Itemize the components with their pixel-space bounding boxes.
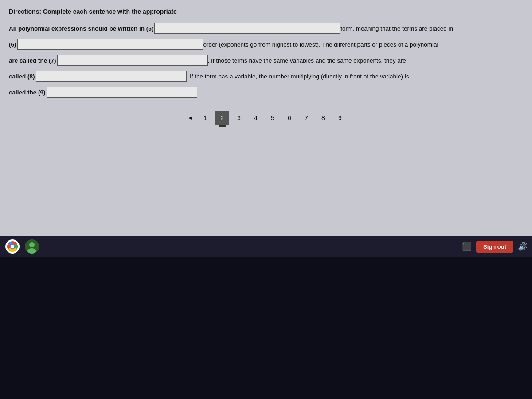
prev-page-button[interactable]: ◄ [185,113,196,123]
taskbar: ⬛ Sign out 🔊 [0,236,532,257]
page-3-button[interactable]: 3 [232,111,246,125]
line1-prefix: All polynomial expressions should be wri… [9,25,153,32]
directions-title: Directions: Complete each sentence with … [9,8,523,15]
line-4: called (8) . If the term has a variable,… [9,71,523,82]
input-9[interactable] [47,87,197,98]
page-4-button[interactable]: 4 [249,111,263,125]
line2-prefix: (6) [9,41,16,48]
line-2: (6) order (exponents go from highest to … [9,39,523,50]
input-7[interactable] [57,55,208,66]
page-7-button[interactable]: 7 [299,111,313,125]
page-5-button[interactable]: 5 [266,111,280,125]
line3-suffix: . If those terms have the same variables… [208,57,406,64]
worksheet: Directions: Complete each sentence with … [0,0,532,257]
pagination: ◄ 1 2 3 4 5 6 7 8 9 [9,111,523,125]
display-icon[interactable]: ⬛ [462,242,472,251]
svg-point-2 [11,245,14,248]
page-8-button[interactable]: 8 [316,111,330,125]
line-3: are called the (7) . If those terms have… [9,55,523,66]
svg-point-5 [27,248,36,254]
line2-suffix: order (exponents go from highest to lowe… [203,41,438,48]
input-6[interactable] [17,39,203,50]
line5-prefix: called the (9) [9,89,46,96]
sign-out-button[interactable]: Sign out [476,241,513,253]
taskbar-right: ⬛ Sign out 🔊 [462,241,528,253]
page-9-button[interactable]: 9 [333,111,347,125]
line4-prefix: called (8) [9,73,35,80]
volume-icon[interactable]: 🔊 [518,242,528,251]
input-8[interactable] [36,71,187,82]
svg-point-4 [29,242,35,247]
line-5: called the (9) . [9,87,523,98]
chrome-icon-button[interactable] [4,239,20,254]
line3-prefix: are called the (7) [9,57,56,64]
page-6-button[interactable]: 6 [282,111,297,125]
line5-suffix: . [197,89,199,96]
line-1: All polynomial expressions should be wri… [9,23,523,34]
page-1-button[interactable]: 1 [198,111,212,125]
bottom-dark-area [0,257,532,399]
line1-suffix: form, meaning that the terms are placed … [340,25,453,32]
input-5[interactable] [154,23,340,34]
line4-suffix: . If the term has a variable, the number… [187,73,409,80]
profile-icon-button[interactable] [24,239,40,254]
page-2-button[interactable]: 2 [215,111,229,125]
